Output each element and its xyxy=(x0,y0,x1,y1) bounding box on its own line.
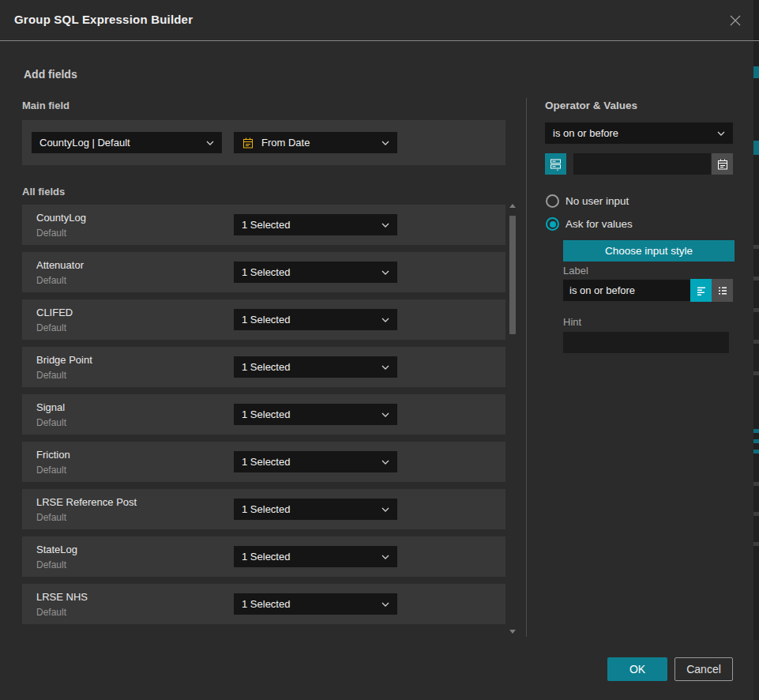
field-name: StateLog xyxy=(36,544,77,555)
field-row: Signal Default 1 Selected xyxy=(22,394,505,435)
main-field-source-value: CountyLog | Default xyxy=(39,137,130,149)
label-field-label: Label xyxy=(563,265,588,277)
field-name: CountyLog xyxy=(36,212,86,224)
main-field-field-dropdown[interactable]: From Date xyxy=(234,132,397,153)
field-selection-dropdown[interactable]: 1 Selected xyxy=(234,451,397,472)
field-sublabel: Default xyxy=(36,417,66,428)
field-sublabel: Default xyxy=(36,607,66,618)
cancel-button[interactable]: Cancel xyxy=(674,657,733,681)
radio-no-user-input[interactable]: No user input xyxy=(546,194,629,208)
field-selection-dropdown-value: 1 Selected xyxy=(242,266,290,278)
field-name: LRSE Reference Post xyxy=(36,496,137,508)
field-row: LRSE NHS Default 1 Selected xyxy=(22,584,505,624)
calendar-picker-icon-button[interactable] xyxy=(712,153,733,175)
all-fields-label: All fields xyxy=(22,186,65,198)
field-selection-dropdown[interactable]: 1 Selected xyxy=(234,499,397,520)
chevron-down-icon xyxy=(381,412,389,417)
scrollbar-thumb[interactable] xyxy=(509,216,516,334)
main-field-label: Main field xyxy=(22,100,70,111)
field-selection-dropdown-value: 1 Selected xyxy=(242,503,290,515)
field-sublabel: Default xyxy=(36,512,66,523)
field-sublabel: Default xyxy=(36,370,66,381)
field-sublabel: Default xyxy=(36,465,66,476)
field-sublabel: Default xyxy=(36,228,66,239)
chevron-down-icon xyxy=(381,602,389,607)
field-row: Attenuator Default 1 Selected xyxy=(22,252,505,292)
field-selection-dropdown-value: 1 Selected xyxy=(242,361,290,373)
list-scrollbar[interactable] xyxy=(509,202,517,635)
calendar-icon xyxy=(242,137,254,149)
field-selection-dropdown[interactable]: 1 Selected xyxy=(234,356,397,378)
ok-button[interactable]: OK xyxy=(607,657,667,681)
field-selection-dropdown-value: 1 Selected xyxy=(242,314,290,326)
main-field-field-value: From Date xyxy=(261,137,310,149)
field-name: CLIFED xyxy=(36,307,73,318)
field-selection-dropdown[interactable]: 1 Selected xyxy=(234,214,397,235)
hint-input[interactable] xyxy=(563,332,729,353)
field-row: Bridge Point Default 1 Selected xyxy=(22,347,505,387)
field-selection-dropdown[interactable]: 1 Selected xyxy=(234,404,397,425)
value-input[interactable] xyxy=(573,153,711,175)
field-row: LRSE Reference Post Default 1 Selected xyxy=(22,489,505,529)
radio-no-user-input-label: No user input xyxy=(565,195,629,207)
label-input[interactable] xyxy=(563,280,690,301)
field-selection-dropdown[interactable]: 1 Selected xyxy=(234,593,397,615)
choose-input-style-button[interactable]: Choose input style xyxy=(563,240,735,262)
field-selection-dropdown-value: 1 Selected xyxy=(242,456,290,468)
main-field-source-dropdown[interactable]: CountyLog | Default xyxy=(32,132,222,153)
group-sql-expression-builder-dialog: Group SQL Expression Builder Add fields … xyxy=(0,0,753,700)
dialog-title: Group SQL Expression Builder xyxy=(14,13,193,26)
chevron-down-icon xyxy=(381,460,389,465)
chevron-down-icon xyxy=(381,555,389,559)
field-row: StateLog Default 1 Selected xyxy=(22,536,505,577)
field-selection-dropdown[interactable]: 1 Selected xyxy=(234,262,397,283)
background-app-edge xyxy=(753,0,759,700)
chevron-down-icon xyxy=(381,141,389,145)
field-selection-dropdown-value: 1 Selected xyxy=(242,598,290,610)
operator-dropdown-value: is on or before xyxy=(553,127,618,139)
all-fields-list: CountyLog Default 1 Selected Attenuator … xyxy=(22,205,505,631)
operator-dropdown[interactable]: is on or before xyxy=(545,122,733,144)
chevron-down-icon xyxy=(381,365,389,370)
radio-circle-selected-icon[interactable] xyxy=(546,217,559,231)
field-name: Bridge Point xyxy=(36,354,92,366)
close-icon[interactable] xyxy=(725,10,746,31)
field-selection-dropdown-value: 1 Selected xyxy=(242,408,290,420)
radio-ask-for-values[interactable]: Ask for values xyxy=(546,217,633,231)
field-sublabel: Default xyxy=(36,322,66,333)
field-row: CLIFED Default 1 Selected xyxy=(22,299,505,340)
field-selection-dropdown[interactable]: 1 Selected xyxy=(234,546,397,567)
add-fields-heading: Add fields xyxy=(24,68,77,81)
scroll-up-arrow-icon[interactable] xyxy=(509,204,516,208)
dialog-titlebar: Group SQL Expression Builder xyxy=(0,0,753,41)
field-name: Signal xyxy=(36,401,65,413)
field-name: Attenuator xyxy=(36,259,84,271)
chevron-down-icon xyxy=(381,223,389,228)
radio-circle-icon[interactable] xyxy=(546,194,559,208)
field-sublabel: Default xyxy=(36,275,66,286)
single-line-style-toggle[interactable] xyxy=(690,279,712,302)
list-style-toggle[interactable] xyxy=(712,279,733,302)
field-sublabel: Default xyxy=(36,559,66,570)
field-name: Friction xyxy=(36,449,70,461)
unique-values-icon-button[interactable] xyxy=(545,153,566,175)
chevron-down-icon xyxy=(717,131,725,136)
chevron-down-icon xyxy=(381,318,389,322)
field-name: LRSE NHS xyxy=(36,591,88,603)
field-row: Friction Default 1 Selected xyxy=(22,442,505,482)
radio-ask-for-values-label: Ask for values xyxy=(565,218,633,230)
chevron-down-icon xyxy=(206,141,214,145)
chevron-down-icon xyxy=(381,507,389,512)
field-selection-dropdown[interactable]: 1 Selected xyxy=(234,309,397,330)
field-selection-dropdown-value: 1 Selected xyxy=(242,219,290,231)
field-row: CountyLog Default 1 Selected xyxy=(22,205,505,245)
operator-values-heading: Operator & Values xyxy=(545,100,637,111)
scroll-down-arrow-icon[interactable] xyxy=(509,630,516,634)
hint-field-label: Hint xyxy=(563,316,581,328)
panel-divider xyxy=(526,98,527,637)
field-selection-dropdown-value: 1 Selected xyxy=(242,551,290,563)
chevron-down-icon xyxy=(381,270,389,275)
main-field-box: CountyLog | Default From Date xyxy=(22,120,505,165)
